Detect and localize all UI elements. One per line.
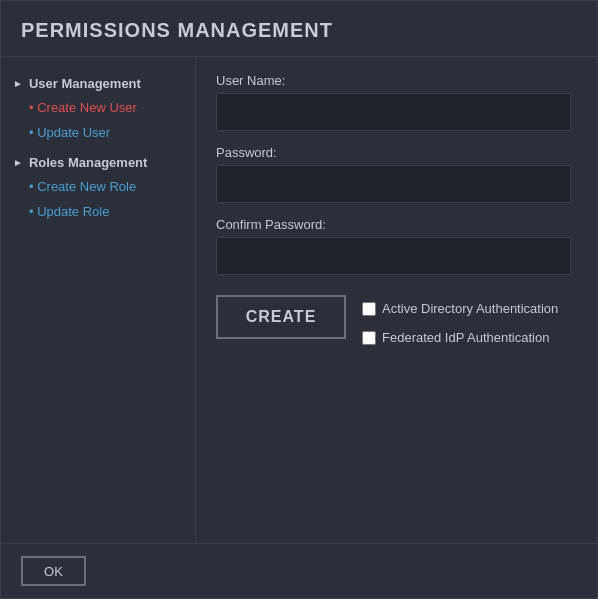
dialog-title: PERMISSIONS MANAGEMENT [21, 19, 577, 42]
footer-bar: OK [1, 544, 597, 598]
username-label: User Name: [216, 73, 577, 88]
sidebar: ► User Management Create New User Update… [1, 57, 196, 543]
password-label: Password: [216, 145, 577, 160]
update-role-label: Update Role [37, 204, 109, 219]
sidebar-section-roles-management: ► Roles Management Create New Role Updat… [1, 151, 195, 224]
confirm-password-input[interactable] [216, 237, 571, 275]
sidebar-section-user-management: ► User Management Create New User Update… [1, 72, 195, 145]
sidebar-item-update-role[interactable]: Update Role [1, 199, 195, 224]
sidebar-item-create-new-role[interactable]: Create New Role [1, 174, 195, 199]
active-directory-label: Active Directory Authentication [382, 301, 558, 316]
permissions-management-dialog: PERMISSIONS MANAGEMENT ► User Management… [0, 0, 598, 599]
update-user-label: Update User [37, 125, 110, 140]
roles-management-label: Roles Management [29, 155, 147, 170]
password-group: Password: [216, 145, 577, 203]
confirm-password-label: Confirm Password: [216, 217, 577, 232]
sidebar-section-header-roles-management: ► Roles Management [1, 151, 195, 174]
password-input[interactable] [216, 165, 571, 203]
create-button[interactable]: CREATE [216, 295, 346, 339]
active-directory-checkbox-item[interactable]: Active Directory Authentication [362, 301, 558, 316]
sidebar-section-header-user-management: ► User Management [1, 72, 195, 95]
form-actions: CREATE Active Directory Authentication F… [216, 295, 577, 345]
confirm-password-group: Confirm Password: [216, 217, 577, 275]
ok-button[interactable]: OK [21, 556, 86, 586]
sidebar-item-create-new-user[interactable]: Create New User [1, 95, 195, 120]
username-group: User Name: [216, 73, 577, 131]
main-content: ► User Management Create New User Update… [1, 57, 597, 544]
username-input[interactable] [216, 93, 571, 131]
title-bar: PERMISSIONS MANAGEMENT [1, 1, 597, 57]
arrow-icon-user-management: ► [13, 78, 23, 89]
sidebar-item-update-user[interactable]: Update User [1, 120, 195, 145]
federated-idp-checkbox-item[interactable]: Federated IdP Authentication [362, 330, 558, 345]
arrow-icon-roles-management: ► [13, 157, 23, 168]
create-new-role-label: Create New Role [37, 179, 136, 194]
federated-idp-label: Federated IdP Authentication [382, 330, 549, 345]
active-directory-checkbox[interactable] [362, 302, 376, 316]
checkboxes-group: Active Directory Authentication Federate… [362, 295, 558, 345]
form-panel: User Name: Password: Confirm Password: C… [196, 57, 597, 543]
user-management-label: User Management [29, 76, 141, 91]
federated-idp-checkbox[interactable] [362, 331, 376, 345]
create-new-user-label: Create New User [37, 100, 137, 115]
